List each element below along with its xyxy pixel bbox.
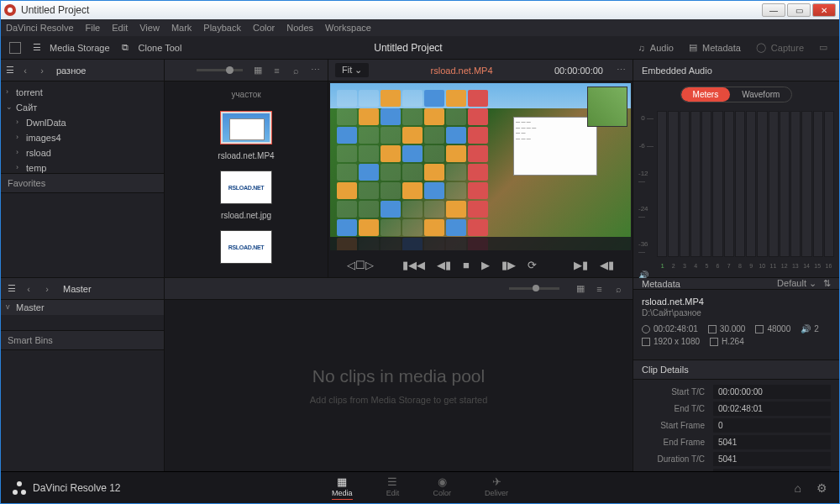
smart-bins-header[interactable]: Smart Bins xyxy=(1,330,164,350)
pool-nav-back[interactable]: ‹ xyxy=(23,284,34,294)
grid-view-button[interactable]: ▦ xyxy=(252,65,263,76)
monitor-icon[interactable]: ▭ xyxy=(819,42,827,53)
menu-color[interactable]: Color xyxy=(253,23,275,33)
preview-taskbar xyxy=(330,237,631,250)
viewer-options[interactable]: ⋯ xyxy=(617,65,626,76)
thumbnail-label: rsload.net.jpg xyxy=(221,211,271,220)
resolution-icon xyxy=(642,338,650,346)
meter-bar-16 xyxy=(824,111,834,257)
clone-tool-button[interactable]: ⧉ Clone Tool xyxy=(122,42,182,54)
thumbnail-label: rsload.net.MP4 xyxy=(218,151,274,160)
folder-tree[interactable]: ›torrent⌄Сайт›DwnlData›images4›rsload›te… xyxy=(1,81,164,173)
meter-scale: 0 —-6 —-12 —-24 —-36 — xyxy=(638,111,655,269)
zoom-selector[interactable]: Fit ⌄ xyxy=(335,63,369,77)
menu-workspace[interactable]: Workspace xyxy=(325,23,371,33)
page-edit[interactable]: ☰Edit xyxy=(386,475,399,500)
metadata-title: Metadata xyxy=(642,279,680,289)
folder-rsload[interactable]: ›rsload xyxy=(1,145,164,160)
menu-edit[interactable]: Edit xyxy=(112,23,128,33)
detail-row: Duration T/C5041 xyxy=(642,452,831,466)
next-frame-button[interactable]: ▮▶ xyxy=(501,259,516,271)
source-viewer: Fit ⌄ rsload.net.MP4 00:00:00:00 ⋯ — — —… xyxy=(328,60,633,277)
storage-icon: ☰ xyxy=(33,42,45,54)
meter-bar-5 xyxy=(701,111,711,257)
nav-fwd[interactable]: › xyxy=(36,66,48,76)
mark-in-out-icon[interactable]: ◁☐▷ xyxy=(347,259,374,271)
pool-list-view[interactable]: ≡ xyxy=(594,283,605,294)
metadata-button[interactable]: ▤Metadata xyxy=(689,42,741,53)
menu-playback[interactable]: Playback xyxy=(203,23,241,33)
pool-grid-view[interactable]: ▦ xyxy=(575,283,585,294)
menu-mark[interactable]: Mark xyxy=(171,23,192,33)
pool-nav-fwd[interactable]: › xyxy=(41,284,53,294)
menu-nodes[interactable]: Nodes xyxy=(286,23,313,33)
first-frame-button[interactable]: ▮◀◀ xyxy=(402,259,425,271)
toggle-panel-button[interactable] xyxy=(9,42,21,54)
thumbnail[interactable] xyxy=(220,171,272,204)
pool-thumb-slider[interactable] xyxy=(509,287,559,290)
folder-images4[interactable]: ›images4 xyxy=(1,130,164,145)
meters-tab[interactable]: Meters xyxy=(681,87,731,102)
clip-details-header: Clip Details xyxy=(633,360,839,380)
page-deliver[interactable]: ✈Deliver xyxy=(485,475,508,500)
thumb-size-slider[interactable] xyxy=(197,69,243,71)
edit-icon: ☰ xyxy=(386,475,399,487)
folder-DwnlData[interactable]: ›DwnlData xyxy=(1,115,164,130)
meter-bar-8 xyxy=(735,111,745,257)
page-navigation: DaVinci Resolve 12 ▦Media☰Edit◉Color✈Del… xyxy=(1,471,839,503)
menu-davinci-resolve[interactable]: DaVinci Resolve xyxy=(6,23,74,33)
folder-torrent[interactable]: ›torrent xyxy=(1,85,164,100)
settings-button[interactable]: ⚙ xyxy=(816,481,827,495)
metadata-panel: Metadata Default ⌄ ⇅ rsload.net.MP4 D:\С… xyxy=(633,278,839,471)
stop-button[interactable]: ■ xyxy=(463,259,470,271)
master-bin[interactable]: vMaster xyxy=(1,300,164,315)
page-color[interactable]: ◉Color xyxy=(433,475,451,500)
metadata-sort-icon[interactable]: ⇅ xyxy=(823,278,831,289)
home-button[interactable]: ⌂ xyxy=(795,481,801,495)
pool-layout-icon[interactable]: ☰ xyxy=(8,283,16,294)
clone-icon: ⧉ xyxy=(122,42,134,54)
nav-back[interactable]: ‹ xyxy=(19,66,31,76)
meter-bar-14 xyxy=(801,111,811,257)
meter-bar-6 xyxy=(712,111,722,257)
app-logo-icon xyxy=(13,481,26,495)
waveform-tab[interactable]: Waveform xyxy=(730,87,791,102)
meter-bar-2 xyxy=(668,111,678,257)
loop-button[interactable]: ⟳ xyxy=(528,259,537,271)
metadata-preset[interactable]: Default ⌄ xyxy=(777,278,816,289)
audio-tabs: Meters Waveform xyxy=(680,87,793,102)
media-pool-empty: No clips in media pool Add clips from Me… xyxy=(165,300,633,471)
media-icon: ▦ xyxy=(335,475,349,487)
menu-view[interactable]: View xyxy=(139,23,160,33)
menu-file[interactable]: File xyxy=(86,23,101,33)
layout-icon[interactable]: ☰ xyxy=(6,65,14,76)
pool-path: Master xyxy=(63,284,92,294)
page-media[interactable]: ▦Media xyxy=(332,475,353,500)
list-view-button[interactable]: ≡ xyxy=(271,65,282,76)
meter-bar-15 xyxy=(813,111,823,257)
jog-end-button[interactable]: ▶▮ xyxy=(574,259,588,271)
options-button[interactable]: ⋯ xyxy=(310,65,321,76)
thumbnail[interactable] xyxy=(220,230,272,264)
detail-row: Start T/C00:00:00:00 xyxy=(642,385,831,399)
play-button[interactable]: ▶ xyxy=(481,259,490,271)
capture-button[interactable]: ◯Capture xyxy=(756,42,804,53)
maximize-button[interactable]: ▭ xyxy=(787,3,811,17)
minimize-button[interactable]: — xyxy=(762,3,785,17)
search-button[interactable]: ⌕ xyxy=(291,65,302,76)
media-storage-button[interactable]: ☰ Media Storage xyxy=(33,42,110,54)
audio-button[interactable]: ♫Audio xyxy=(638,43,674,53)
favorites-header[interactable]: Favorites xyxy=(1,173,164,193)
folder-Сайт[interactable]: ⌄Сайт xyxy=(1,100,164,115)
viewer-canvas[interactable]: — — —— — — —— —— — — xyxy=(330,83,631,250)
pool-search[interactable]: ⌕ xyxy=(613,283,624,294)
thumbnail[interactable] xyxy=(220,111,272,144)
detail-row: Start Frame0 xyxy=(642,418,831,433)
jog-start-button[interactable]: ◀▮ xyxy=(600,259,614,271)
prev-frame-button[interactable]: ◀▮ xyxy=(437,259,451,271)
meter-bar-11 xyxy=(769,111,779,257)
music-icon: ♫ xyxy=(638,43,645,53)
close-button[interactable]: ✕ xyxy=(812,3,836,17)
folder-temp[interactable]: ›temp xyxy=(1,160,164,173)
meter-bar-4 xyxy=(690,111,701,257)
